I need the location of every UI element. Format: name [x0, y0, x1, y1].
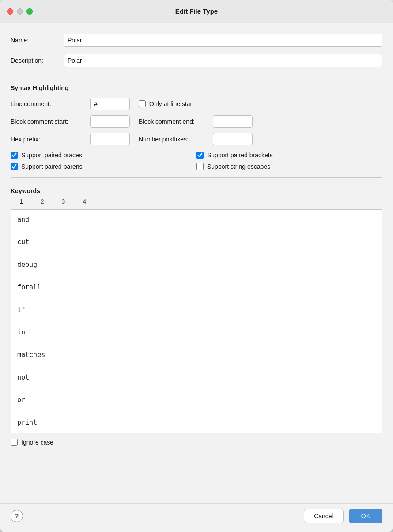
tab-keywords-1[interactable]: 1: [11, 194, 32, 209]
description-label: Description:: [11, 57, 64, 64]
cancel-button[interactable]: Cancel: [304, 509, 344, 523]
block-comment-start-label: Block comment start:: [11, 118, 90, 125]
ignore-case-row: Ignore case: [11, 439, 382, 446]
support-paired-braces-label: Support paired braces: [21, 152, 82, 159]
support-paired-braces-group: Support paired braces: [11, 152, 196, 159]
keyword-cut: cut: [17, 237, 376, 248]
support-paired-parens-label: Support paired parens: [21, 163, 83, 170]
section-divider-2: [11, 177, 382, 178]
syntax-settings: Line comment: Only at line start Block c…: [11, 98, 382, 145]
description-row: Description:: [11, 54, 382, 67]
support-string-escapes-checkbox[interactable]: [196, 163, 204, 170]
support-paired-braces-checkbox[interactable]: [11, 152, 18, 159]
block-comment-end-group: Block comment end:: [139, 115, 382, 128]
close-button[interactable]: [7, 8, 13, 15]
support-paired-parens-checkbox[interactable]: [11, 163, 18, 170]
name-label: Name:: [11, 37, 64, 44]
left-checkboxes: Support paired braces Support paired par…: [11, 152, 196, 170]
support-string-escapes-label: Support string escapes: [207, 163, 270, 170]
name-row: Name:: [11, 34, 382, 47]
hex-prefix-row: Hex prefix: Number postfixes:: [11, 133, 382, 145]
line-comment-input[interactable]: [90, 98, 130, 110]
only-at-line-start-group: Only at line start: [139, 100, 382, 107]
right-checkboxes: Support paired brackets Support string e…: [196, 152, 382, 170]
block-comment-start-input[interactable]: [90, 115, 130, 128]
keywords-list: and cut debug forall if in matches not o…: [11, 209, 382, 433]
only-at-line-start-label: Only at line start: [149, 100, 194, 107]
support-string-escapes-group: Support string escapes: [196, 163, 382, 170]
keyword-not: not: [17, 372, 376, 384]
keyword-and: and: [17, 214, 376, 226]
support-paired-parens-group: Support paired parens: [11, 163, 196, 170]
window-title: Edit File Type: [175, 8, 218, 15]
syntax-section-title: Syntax Highlighting: [11, 84, 382, 91]
section-divider-1: [11, 78, 382, 78]
description-input[interactable]: [64, 54, 382, 67]
number-postfixes-input[interactable]: [213, 133, 253, 145]
keywords-title: Keywords: [11, 187, 382, 194]
block-comment-end-input[interactable]: [213, 115, 253, 128]
keyword-forall: forall: [17, 282, 376, 293]
keyword-debug: debug: [17, 259, 376, 271]
keyword-or: or: [17, 395, 376, 406]
maximize-button[interactable]: [26, 8, 33, 15]
keyword-if: if: [17, 304, 376, 316]
checkboxes-section: Support paired braces Support paired par…: [11, 152, 382, 170]
support-paired-brackets-group: Support paired brackets: [196, 152, 382, 159]
keywords-tabs: 1 2 3 4: [11, 194, 382, 209]
line-comment-row: Line comment: Only at line start: [11, 98, 382, 110]
minimize-button[interactable]: [17, 8, 23, 15]
ignore-case-label: Ignore case: [21, 439, 53, 446]
keyword-matches: matches: [17, 350, 376, 361]
main-content: Name: Description: Syntax Highlighting L…: [0, 23, 393, 503]
tab-keywords-3[interactable]: 3: [53, 194, 74, 209]
keyword-in: in: [17, 327, 376, 338]
tab-keywords-4[interactable]: 4: [74, 194, 95, 209]
hex-prefix-label: Hex prefix:: [11, 136, 90, 143]
line-comment-label: Line comment:: [11, 100, 90, 107]
support-paired-brackets-label: Support paired brackets: [207, 152, 273, 159]
ok-button[interactable]: OK: [349, 509, 382, 523]
ignore-case-checkbox[interactable]: [11, 439, 18, 446]
hex-prefix-input[interactable]: [90, 133, 130, 145]
traffic-lights: [7, 8, 33, 15]
support-paired-brackets-checkbox[interactable]: [196, 152, 204, 159]
number-postfixes-label: Number postfixes:: [139, 136, 209, 143]
titlebar: Edit File Type: [0, 0, 393, 23]
number-postfixes-group: Number postfixes:: [139, 133, 382, 145]
keyword-print: print: [17, 417, 376, 429]
only-at-line-start-checkbox[interactable]: [139, 100, 146, 107]
block-comment-end-label: Block comment end:: [139, 118, 209, 125]
footer-buttons: Cancel OK: [304, 509, 382, 523]
keywords-section: Keywords 1 2 3 4 and cut debug forall if…: [11, 187, 382, 451]
footer: ? Cancel OK: [0, 503, 393, 532]
name-input[interactable]: [64, 34, 382, 47]
tab-keywords-2[interactable]: 2: [32, 194, 53, 209]
block-comment-row: Block comment start: Block comment end:: [11, 115, 382, 128]
help-button[interactable]: ?: [11, 510, 23, 522]
dialog-window: Edit File Type Name: Description: Syntax…: [0, 0, 393, 532]
